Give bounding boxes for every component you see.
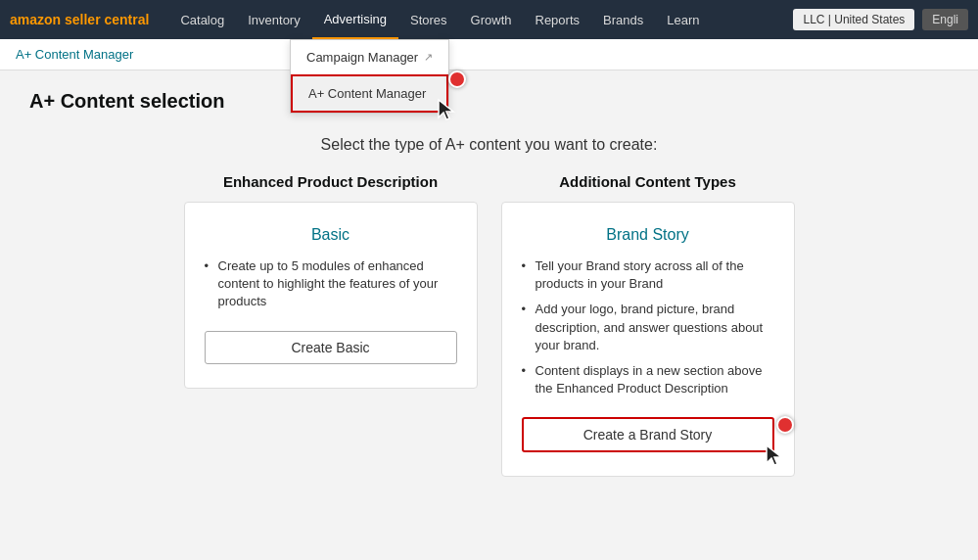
create-basic-button[interactable]: Create Basic — [205, 331, 457, 364]
external-link-icon: ↗ — [424, 51, 433, 64]
nav-reports[interactable]: Reports — [524, 0, 592, 39]
basic-card-title: Basic — [205, 226, 457, 244]
col-heading-enhanced: Enhanced Product Description — [223, 173, 438, 190]
campaign-manager-label: Campaign Manager — [306, 50, 418, 65]
selection-prompt: Select the type of A+ content you want t… — [29, 136, 949, 154]
brand-story-card-title: Brand Story — [522, 226, 774, 244]
nav-stores[interactable]: Stores — [398, 0, 459, 39]
basic-card: Basic Create up to 5 modules of enhanced… — [184, 202, 478, 389]
create-brand-story-button[interactable]: Create a Brand Story — [522, 417, 774, 452]
nav-brands[interactable]: Brands — [591, 0, 655, 39]
basic-bullets: Create up to 5 modules of enhanced conte… — [205, 257, 457, 311]
enhanced-product-description-section: Enhanced Product Description Basic Creat… — [184, 173, 478, 389]
brand-story-card: Brand Story Tell your Brand story across… — [501, 202, 795, 477]
cards-container: Enhanced Product Description Basic Creat… — [29, 173, 949, 477]
basic-bullet-1: Create up to 5 modules of enhanced conte… — [205, 257, 457, 311]
brand-story-bullet-2: Add your logo, brand picture, brand desc… — [522, 301, 774, 354]
account-badge: LLC | United States — [793, 9, 914, 30]
dropdown-item-aplus-content[interactable]: A+ Content Manager — [291, 74, 448, 113]
main-nav: Catalog Inventory Advertising Stores Gro… — [168, 0, 711, 39]
brand-story-bullets: Tell your Brand story across all of the … — [522, 257, 774, 397]
brand-story-bullet-3: Content displays in a new section above … — [522, 362, 774, 397]
header-right: LLC | United States Engli — [793, 9, 968, 30]
header: amazon seller central Catalog Inventory … — [0, 0, 978, 39]
nav-learn[interactable]: Learn — [655, 0, 711, 39]
dropdown-item-campaign-manager[interactable]: Campaign Manager ↗ — [291, 40, 448, 74]
brand-story-bullet-1: Tell your Brand story across all of the … — [522, 257, 774, 293]
language-button[interactable]: Engli — [922, 9, 968, 30]
page-title: A+ Content selection — [29, 90, 949, 113]
col-heading-additional: Additional Content Types — [559, 173, 736, 190]
breadcrumb-link[interactable]: A+ Content Manager — [16, 47, 133, 62]
breadcrumb: A+ Content Manager — [0, 39, 978, 70]
aplus-content-label: A+ Content Manager — [308, 86, 426, 101]
nav-inventory[interactable]: Inventory — [236, 0, 311, 39]
nav-advertising[interactable]: Advertising — [312, 0, 398, 39]
nav-growth[interactable]: Growth — [459, 0, 524, 39]
main-content: A+ Content selection Select the type of … — [0, 70, 978, 560]
nav-catalog[interactable]: Catalog — [168, 0, 236, 39]
advertising-dropdown: Campaign Manager ↗ A+ Content Manager — [290, 39, 449, 114]
additional-content-types-section: Additional Content Types Brand Story Tel… — [501, 173, 795, 477]
logo: amazon seller central — [10, 12, 149, 27]
